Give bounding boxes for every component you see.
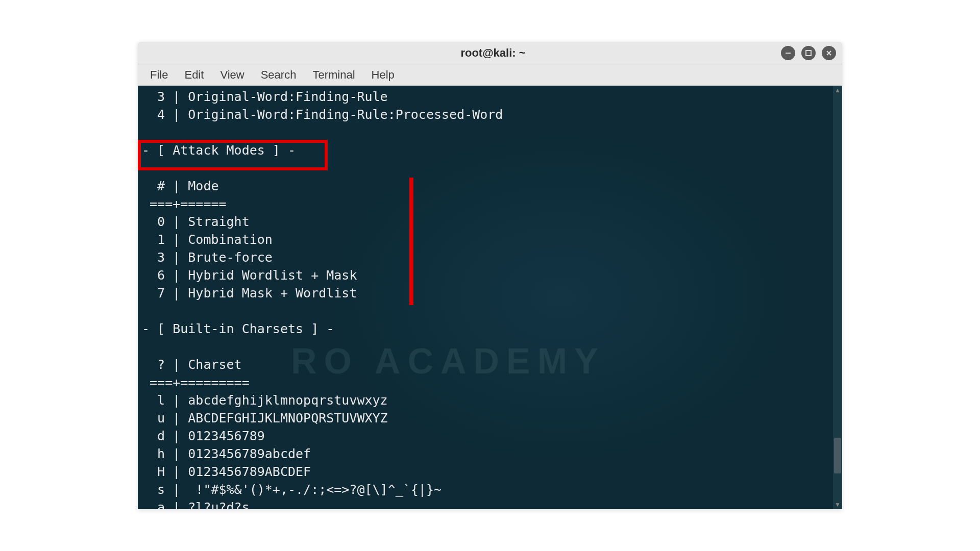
vertical-scrollbar[interactable]: ▲ ▼ xyxy=(833,86,842,509)
titlebar: root@kali: ~ xyxy=(138,42,842,64)
terminal-area[interactable]: RO ACADEMY 3 | Original-Word:Finding-Rul… xyxy=(138,86,842,509)
menu-edit[interactable]: Edit xyxy=(177,65,211,85)
svg-rect-0 xyxy=(786,53,791,54)
menu-terminal[interactable]: Terminal xyxy=(305,65,362,85)
close-icon xyxy=(825,49,832,57)
maximize-icon xyxy=(805,49,812,57)
window-title: root@kali: ~ xyxy=(205,46,781,60)
scrollbar-thumb[interactable] xyxy=(834,438,841,473)
terminal-output: 3 | Original-Word:Finding-Rule 4 | Origi… xyxy=(138,86,842,509)
window-controls xyxy=(781,46,836,60)
scroll-up-icon[interactable]: ▲ xyxy=(833,86,842,95)
menu-help[interactable]: Help xyxy=(364,65,402,85)
minimize-icon xyxy=(785,49,792,57)
menu-file[interactable]: File xyxy=(143,65,175,85)
terminal-window: root@kali: ~ File Edit View Search Termi… xyxy=(138,42,842,509)
scroll-down-icon[interactable]: ▼ xyxy=(833,500,842,509)
menu-view[interactable]: View xyxy=(213,65,251,85)
svg-rect-1 xyxy=(806,51,811,56)
minimize-button[interactable] xyxy=(781,46,795,60)
maximize-button[interactable] xyxy=(801,46,816,60)
close-button[interactable] xyxy=(822,46,836,60)
menu-search[interactable]: Search xyxy=(254,65,304,85)
menubar: File Edit View Search Terminal Help xyxy=(138,64,842,86)
